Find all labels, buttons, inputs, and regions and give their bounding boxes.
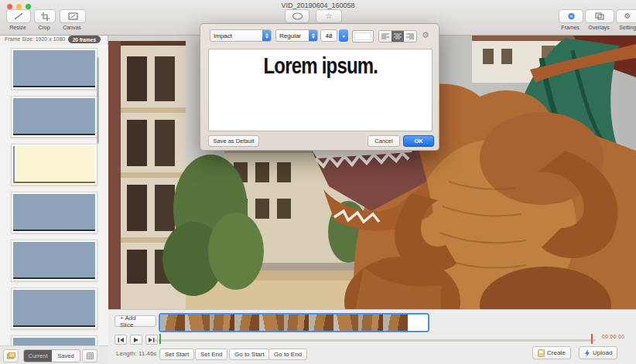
save-as-default-button[interactable]: Save as Default [208,135,259,147]
resize-button[interactable]: Resize [6,9,29,30]
gallery-button[interactable] [3,349,19,362]
filmstrip[interactable] [159,313,429,332]
gfycat-icon [584,349,590,357]
set-start-button[interactable]: Set Start [159,349,194,360]
frames-label: Frames [559,25,582,30]
end-marker[interactable] [591,334,593,344]
filmstrip-frame[interactable] [234,315,259,331]
settings-label: Settings [616,25,636,30]
filmstrip-frame[interactable] [284,315,309,331]
filmstrip-frame[interactable] [383,315,408,331]
frames-sidebar: Frame Size: 1920 x 1080 20 frames Curren… [0,35,108,364]
overlays-icon [595,12,604,20]
frames-count-badge: 20 frames [68,36,101,43]
app-window: { "window": { "title": "VID_20190604_160… [0,0,636,364]
font-style-value: Regular [276,32,309,39]
upload-button[interactable]: Upload [579,346,617,359]
font-style-select[interactable]: Regular [275,29,318,42]
create-button[interactable]: Create [532,346,571,359]
align-center-button[interactable] [392,31,404,42]
cancel-button[interactable]: Cancel [368,135,400,147]
font-family-stepper-icon [262,30,271,41]
align-left-button[interactable] [379,31,392,42]
alignment-segmented [378,30,417,43]
filmstrip-frame[interactable] [333,315,358,331]
frames-icon [566,12,576,20]
sidebar-footer: Current Saved [0,345,108,364]
frame-thumbnail[interactable] [11,335,97,345]
frame-thumbnail[interactable] [11,48,97,90]
overlay-text: Lorem ipsum. [263,53,378,79]
font-size-dropdown[interactable]: ▾ [339,29,348,42]
canvas-button[interactable]: Canvas [60,9,84,30]
text-options-gear-icon[interactable]: ⚙ [422,31,429,39]
timeline-panel: + Add Slice 00:00:00 Length: 11.46s Set … [108,309,636,364]
tab-current[interactable]: Current [24,350,52,362]
filmstrip-frame[interactable] [309,315,333,331]
create-label: Create [547,349,566,356]
playhead-marker[interactable] [159,334,161,344]
settings-gear-icon: ⚙ [624,12,631,20]
overlays-button[interactable]: Overlays [585,9,613,30]
settings-button[interactable]: ⚙ Settings [616,9,636,30]
font-size-value: 48 [326,32,333,39]
window-title: VID_20190604_160058 [0,2,636,9]
frame-thumbnail[interactable] [11,192,97,233]
frames-button[interactable]: Frames [559,9,582,30]
timecode: 00:00:00 [602,334,624,339]
frame-thumbnail-list [0,45,108,345]
resize-icon [14,12,23,20]
sidebar-header: Frame Size: 1920 x 1080 20 frames [0,35,108,45]
filmstrip-frame[interactable] [358,315,383,331]
gallery-icon [7,352,15,359]
overlays-label: Overlays [585,25,613,30]
text-tool-icon [292,12,303,20]
font-size-input[interactable]: 48 [320,29,337,42]
font-style-stepper-icon [309,30,317,41]
align-right-button[interactable] [404,31,416,42]
canvas-icon [68,12,78,20]
filmstrip-frame[interactable] [259,315,284,331]
crop-icon [41,12,50,21]
go-to-start-button[interactable]: Go to Start [229,349,270,360]
chevron-down-icon: ▾ [342,33,344,39]
upload-label: Upload [593,349,612,356]
tab-saved[interactable]: Saved [52,350,80,362]
frame-size-label: Frame Size: 1920 x 1080 [5,36,65,42]
grid-icon [87,352,94,359]
frames-source-segmented: Current Saved [23,349,80,362]
filmstrip-frame-empty[interactable] [408,315,428,331]
frame-thumbnail-selected[interactable] [11,144,97,185]
go-to-end-button[interactable]: Go to End [268,349,307,360]
text-input-area[interactable]: Lorem ipsum. [208,49,433,131]
transport-controls [115,335,158,345]
step-back-button[interactable] [115,335,127,345]
font-family-select[interactable]: Impact [210,29,272,42]
timeline-slider[interactable] [155,339,596,342]
frame-thumbnail[interactable] [11,287,97,329]
frame-thumbnail[interactable] [11,96,97,138]
font-family-value: Impact [210,32,262,39]
filmstrip-frame[interactable] [185,315,210,331]
play-button[interactable] [130,335,142,345]
add-slice-button[interactable]: + Add Slice [115,315,156,327]
grid-view-button[interactable] [82,349,97,362]
filmstrip-frame[interactable] [160,315,185,331]
crop-label: Crop [34,25,54,30]
ok-button[interactable]: OK [403,135,434,147]
text-editor-dialog: Impact Regular 48 ▾ ⚙ Lorem ipsum. Save … [200,23,439,151]
frame-thumbnail[interactable] [11,240,97,281]
set-end-button[interactable]: Set End [195,349,227,360]
create-icon [538,349,545,357]
filmstrip-frame[interactable] [210,315,234,331]
length-label: Length: 11.46s [116,350,156,357]
canvas-label: Canvas [60,25,84,30]
sidebar-scrollbar[interactable] [97,57,99,144]
stickers-star-icon: ☆ [326,12,333,20]
crop-button[interactable]: Crop [34,9,54,30]
text-color-well[interactable] [352,30,374,43]
resize-label: Resize [6,25,29,30]
